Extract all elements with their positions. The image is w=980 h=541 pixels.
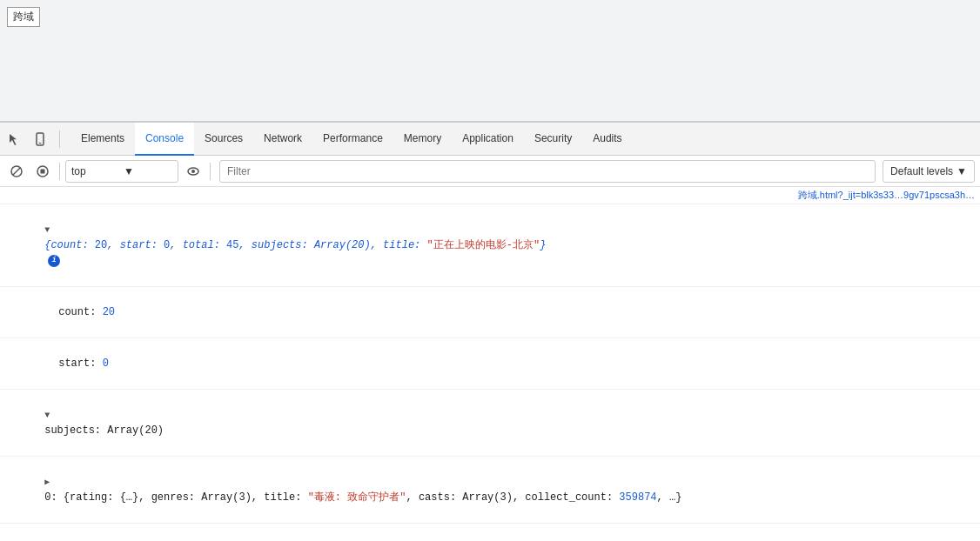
cross-domain-label: 跨域 [7,7,40,27]
tab-security[interactable]: Security [524,123,582,156]
console-item-1[interactable]: ▶ 1: {rating: {…}, genres: Array(2), tit… [0,524,980,541]
svg-rect-5 [41,169,45,173]
svg-line-3 [13,168,20,175]
tab-audits[interactable]: Audits [582,123,632,156]
tab-sources[interactable]: Sources [194,123,253,156]
eye-icon[interactable] [182,160,205,183]
tab-network[interactable]: Network [253,123,312,156]
console-count-line: count: 20 [0,287,980,338]
svg-rect-1 [39,143,42,144]
filter-input[interactable] [219,160,876,183]
console-toolbar: top ▼ Default levels ▼ [0,156,980,187]
devtools-tabs-bar: Elements Console Sources Network Perform… [0,123,980,156]
svg-point-7 [191,170,195,173]
tab-application[interactable]: Application [452,123,524,156]
toolbar-divider [59,163,60,180]
levels-selector[interactable]: Default levels ▼ [883,160,975,183]
stop-icon[interactable] [31,160,54,183]
url-bar: 跨域.html?_ijt=blk3s33…9gv71pscsa3h… [0,187,980,204]
console-subjects-line[interactable]: ▼ subjects: Array(20) [0,390,980,457]
context-selector-arrow: ▼ [124,165,172,177]
url-text[interactable]: 跨域.html?_ijt=blk3s33…9gv71pscsa3h… [798,189,975,202]
devtools-panel: Elements Console Sources Network Perform… [0,122,980,541]
info-icon: i [48,255,60,267]
item0-arrow[interactable]: ▶ [44,476,55,489]
clear-console-icon[interactable] [5,160,28,183]
levels-arrow: ▼ [957,165,967,177]
subjects-toggle-arrow[interactable]: ▼ [44,409,55,422]
console-root-line[interactable]: ▼ {count: 20, start: 0, total: 45, subje… [0,204,980,287]
root-toggle-arrow[interactable]: ▼ [44,224,55,237]
tab-performance[interactable]: Performance [312,123,393,156]
console-start-line: start: 0 [0,338,980,390]
console-item-0[interactable]: ▶ 0: {rating: {…}, genres: Array(3), tit… [0,457,980,524]
context-selector[interactable]: top ▼ [65,160,178,183]
toolbar-divider2 [210,163,211,180]
cursor-icon[interactable] [3,129,24,150]
tabs-divider [59,130,60,148]
tab-console[interactable]: Console [135,123,194,156]
console-output[interactable]: ▼ {count: 20, start: 0, total: 45, subje… [0,204,980,541]
tab-elements[interactable]: Elements [70,123,135,156]
tab-memory[interactable]: Memory [393,123,452,156]
tabs-icons-group [3,129,64,150]
browser-top-area: 跨域 [0,0,980,122]
mobile-icon[interactable] [30,129,50,150]
